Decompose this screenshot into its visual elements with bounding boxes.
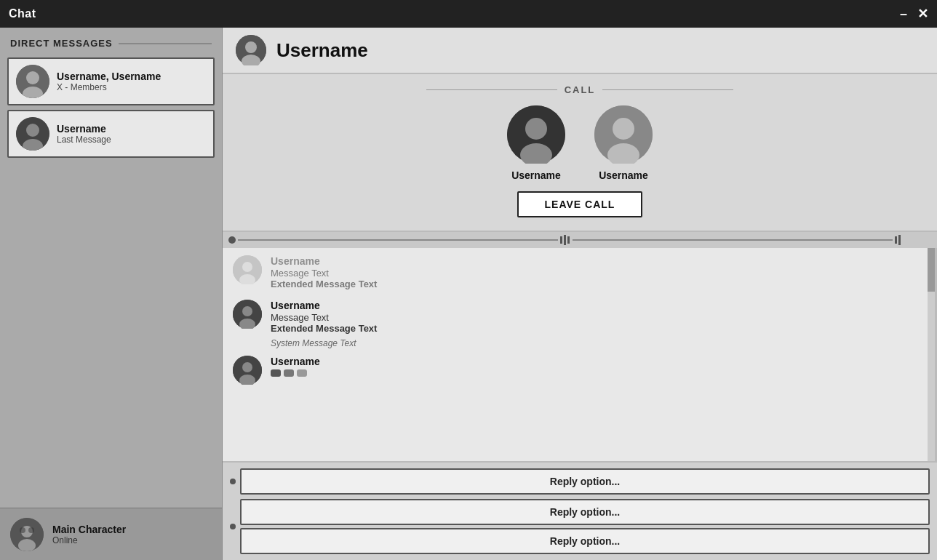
message-avatar (233, 255, 262, 284)
window-controls: – ✕ (900, 7, 928, 20)
system-message: System Message Text (271, 338, 925, 348)
message-content: Username Message Text Extended Message T… (271, 255, 377, 289)
scrollbar-thumb[interactable] (928, 248, 935, 292)
reply-button-1[interactable]: Reply option... (240, 468, 930, 495)
reply-buttons-double: Reply option... Reply option... (240, 499, 930, 554)
direct-messages-label: DIRECT MESSAGES (10, 38, 113, 49)
reply-button-2[interactable]: Reply option... (240, 499, 930, 525)
svg-point-10 (28, 527, 34, 533)
call-line-left (426, 89, 557, 91)
svg-point-4 (26, 124, 39, 137)
typing-dot-1 (271, 369, 281, 377)
main-layout: DIRECT MESSAGES Username, Username X - M… (0, 28, 937, 560)
call-avatar-2 (594, 105, 653, 164)
user-bar: Main Character Online (0, 508, 222, 560)
direct-messages-header: DIRECT MESSAGES (0, 28, 222, 55)
chat-header-avatar (236, 35, 266, 65)
dm-name: Username (57, 123, 111, 135)
typing-dot-3 (297, 369, 307, 377)
call-avatars: Username Username (223, 105, 937, 181)
slider-bars-right (895, 235, 901, 245)
message-content-2: Username Message Text Extended Message T… (271, 300, 377, 334)
svg-point-1 (26, 71, 39, 84)
call-label-row: CALL (223, 84, 937, 95)
slider-track-right (573, 239, 893, 241)
svg-point-18 (613, 118, 634, 140)
reply-bullet-1 (230, 479, 236, 484)
message-group-2: Username Message Text Extended Message T… (233, 300, 925, 334)
section-divider (119, 43, 212, 44)
message-text-extended-1: Extended Message Text (271, 279, 377, 289)
message-username: Username (271, 255, 377, 267)
scrollbar-track[interactable] (928, 248, 935, 461)
minimize-button[interactable]: – (900, 7, 907, 20)
chat-header: Username (223, 28, 937, 74)
call-username-1: Username (511, 169, 561, 181)
dm-info: Username Last Message (57, 123, 111, 145)
message-group: Username Message Text Extended Message T… (233, 255, 925, 289)
call-user-1: Username (507, 105, 565, 181)
svg-point-24 (242, 306, 252, 316)
message-content-3: Username (271, 356, 320, 377)
user-info: Main Character Online (52, 524, 126, 545)
typing-dot-2 (284, 369, 294, 377)
message-username-3: Username (271, 356, 320, 367)
close-button[interactable]: ✕ (917, 7, 928, 20)
svg-point-9 (20, 527, 25, 533)
reply-bullets-double (230, 499, 236, 554)
slider-right[interactable] (573, 235, 901, 245)
dm-name: Username, Username (57, 71, 161, 82)
reply-bullet-2 (230, 524, 236, 529)
message-avatar-2 (233, 300, 262, 329)
user-name: Main Character (52, 524, 126, 535)
slider-handle-left (228, 236, 236, 244)
svg-point-12 (245, 41, 257, 53)
dm-sub: X - Members (57, 82, 161, 92)
message-text-1: Message Text (271, 268, 377, 279)
messages-area[interactable]: Username Message Text Extended Message T… (223, 248, 937, 461)
message-group-3: Username (233, 356, 925, 385)
svg-point-21 (242, 262, 252, 272)
typing-indicator (271, 369, 320, 377)
dm-list: Username, Username X - Members Username … (0, 55, 222, 161)
title-bar: Chat – ✕ (0, 0, 937, 28)
svg-point-27 (242, 362, 252, 372)
user-avatar (10, 518, 44, 551)
dm-sub: Last Message (57, 135, 111, 145)
chat-area: Username CALL Username (223, 28, 937, 560)
leave-call-button[interactable]: LEAVE CALL (517, 191, 643, 217)
dm-info: Username, Username X - Members (57, 71, 161, 92)
reply-option-double: Reply option... Reply option... (230, 499, 930, 554)
user-status: Online (52, 535, 126, 545)
svg-point-15 (525, 118, 547, 140)
call-avatar-1 (507, 105, 565, 164)
slider-left[interactable] (228, 235, 570, 245)
message-text-2: Message Text (271, 312, 377, 323)
divider-row (223, 232, 937, 248)
reply-option-single: Reply option... (230, 468, 930, 495)
reply-section: Reply option... Reply option... Reply op… (223, 461, 937, 560)
avatar (16, 65, 49, 98)
call-label: CALL (565, 84, 596, 95)
call-section: CALL Username (223, 74, 937, 232)
message-username-2: Username (271, 300, 377, 311)
sidebar: DIRECT MESSAGES Username, Username X - M… (0, 28, 223, 560)
call-line-right (602, 89, 733, 91)
call-username-2: Username (599, 169, 648, 181)
message-avatar-3 (233, 356, 262, 385)
dm-item-user[interactable]: Username Last Message (7, 110, 215, 158)
call-user-2: Username (594, 105, 653, 181)
slider-bars-left (560, 235, 570, 245)
message-text-extended-2: Extended Message Text (271, 323, 377, 334)
avatar (16, 117, 49, 151)
window-title: Chat (9, 7, 36, 20)
dm-item-group[interactable]: Username, Username X - Members (7, 57, 215, 105)
chat-header-name: Username (276, 39, 368, 62)
reply-button-3[interactable]: Reply option... (240, 528, 930, 554)
slider-track-left (238, 239, 558, 241)
